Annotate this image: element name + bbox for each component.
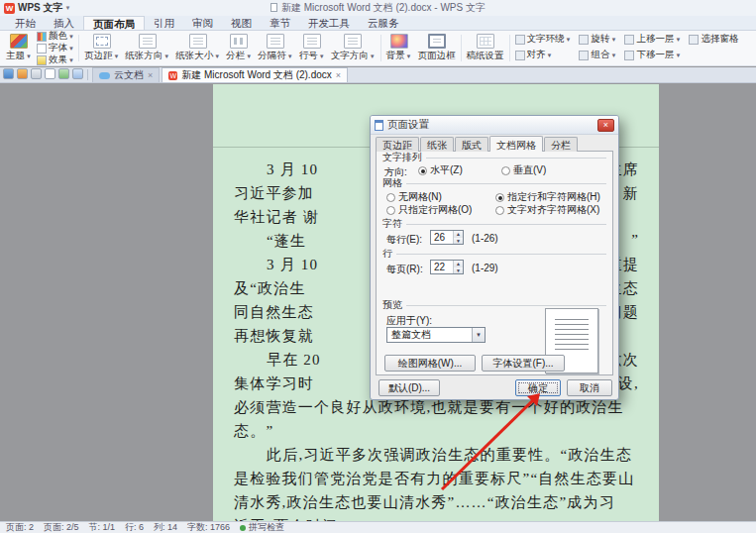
apply-to-select[interactable]: 整篇文档 ▼ <box>386 327 486 343</box>
per-line-label: 每行(E): <box>386 233 422 247</box>
chars-per-line-stepper[interactable]: 26 ▲▼ <box>430 230 464 245</box>
tab-home[interactable]: 开始 <box>6 16 45 30</box>
text-wrap-button[interactable]: 文字环绕▼ <box>515 34 572 45</box>
lines-per-page-stepper[interactable]: 22 ▲▼ <box>430 260 464 274</box>
document-text-line: 态。” <box>234 422 639 444</box>
bring-forward-button[interactable]: 上移一层▼ <box>624 34 681 45</box>
line-numbers-icon <box>303 34 321 49</box>
spinner-arrows-icon[interactable]: ▲▼ <box>453 231 463 244</box>
dialog-title-bar[interactable]: 页面设置 × <box>371 116 618 135</box>
cancel-button[interactable]: 取消 <box>567 379 612 396</box>
group-grid: 网格 <box>382 178 606 188</box>
close-icon[interactable]: × <box>336 70 341 80</box>
document-text-line: 清水秀,政治生态也要山清水秀”……“政治生态”成为习 <box>234 493 639 515</box>
print-preview-icon[interactable] <box>45 68 55 79</box>
tab-view[interactable]: 视图 <box>222 16 261 30</box>
manuscript-grid-button[interactable]: 稿纸设置 <box>464 33 507 63</box>
page-border-button[interactable]: 页面边框 <box>415 33 459 63</box>
radio-no-grid[interactable]: 无网格(N) <box>386 191 442 203</box>
effects-icon <box>37 55 47 65</box>
tab-section[interactable]: 章节 <box>261 16 299 30</box>
group-icon <box>579 51 589 60</box>
dialog-title: 页面设置 <box>387 118 429 132</box>
document-text-line: 是检验我们管党治党是否有力的重要标尺”“自然生态要山 <box>234 470 639 491</box>
tab-references[interactable]: 引用 <box>145 16 183 30</box>
export-icon[interactable] <box>17 68 28 79</box>
group-button[interactable]: 组合▼ <box>579 50 616 60</box>
columns-button[interactable]: 分栏▼ <box>223 33 255 63</box>
radio-icon <box>495 206 504 215</box>
rotate-button[interactable]: 旋转▼ <box>579 34 616 45</box>
dialog-tab-document-grid[interactable]: 文档网格 <box>489 136 543 152</box>
radio-lines-and-chars[interactable]: 指定行和字符网格(H) <box>495 191 600 203</box>
ribbon-separator <box>380 35 381 61</box>
radio-vertical[interactable]: 垂直(V) <box>501 164 546 176</box>
cloud-icon <box>99 72 110 79</box>
tab-developer[interactable]: 开发工具 <box>299 16 359 30</box>
chevron-down-icon[interactable]: ▼ <box>65 5 71 11</box>
drawing-grid-button[interactable]: 绘图网格(W)... <box>384 355 476 372</box>
status-column: 列: 14 <box>154 522 177 533</box>
ribbon-tab-bar: 开始 插入 页面布局 引用 审阅 视图 章节 开发工具 云服务 <box>0 16 756 31</box>
radio-icon <box>386 206 395 215</box>
chars-range: (1-26) <box>472 233 498 244</box>
tab-insert[interactable]: 插入 <box>45 16 83 30</box>
title-bar: W WPS 文字 ▼ 新建 Microsoft Word 文档 (2).docx… <box>0 0 756 16</box>
align-button[interactable]: 对齐▼ <box>515 50 572 60</box>
theme-fonts-button[interactable]: 字体▼ <box>37 43 74 53</box>
ok-button[interactable]: 确定 <box>515 379 561 396</box>
dialog-tab-paper[interactable]: 纸张 <box>420 137 454 152</box>
orientation-button[interactable]: 纸张方向▼ <box>122 33 172 63</box>
paper-size-button[interactable]: 纸张大小▼ <box>172 33 223 63</box>
undo-icon[interactable] <box>58 68 69 79</box>
lines-range: (1-29) <box>472 263 498 273</box>
spinner-arrows-icon[interactable]: ▲▼ <box>453 261 463 273</box>
dialog-close-button[interactable]: × <box>597 119 614 132</box>
orientation-icon <box>139 34 157 49</box>
send-backward-button[interactable]: 下移一层▼ <box>624 50 681 60</box>
theme-button[interactable]: 主题▼ <box>3 33 35 63</box>
app-menu-button[interactable]: WPS 文字 <box>18 1 63 15</box>
status-bar: 页面: 2 页面: 2/5 节: 1/1 行: 6 列: 14 字数: 1766… <box>0 521 756 533</box>
radio-lines-only[interactable]: 只指定行网格(O) <box>386 204 472 216</box>
group-characters: 字符 <box>382 219 606 229</box>
redo-icon[interactable] <box>72 68 83 79</box>
dialog-tabs: 页边距 纸张 版式 文档网格 分栏 <box>376 137 579 152</box>
status-line: 行: 6 <box>125 522 144 533</box>
print-icon[interactable] <box>31 68 42 79</box>
default-button[interactable]: 默认(D)... <box>378 379 440 396</box>
document-text-line: 此后,习近平多次强调政治生态的重要性。“政治生态 <box>234 446 639 468</box>
radio-icon <box>495 193 504 202</box>
tab-cloud[interactable]: 云服务 <box>359 16 408 30</box>
dialog-tab-layout[interactable]: 版式 <box>455 137 488 152</box>
tab-review[interactable]: 审阅 <box>183 16 222 30</box>
dialog-tab-columns[interactable]: 分栏 <box>544 137 578 152</box>
dialog-icon <box>375 120 383 131</box>
theme-options-stack: 颜色▼ 字体▼ 效果▼ <box>35 31 76 65</box>
radio-horizontal[interactable]: 水平(Z) <box>418 164 463 176</box>
apply-to-label: 应用于(Y): <box>386 314 432 328</box>
line-numbers-button[interactable]: 行号▼ <box>296 33 328 63</box>
text-direction-button[interactable]: 文字方向▼ <box>328 33 378 63</box>
close-icon[interactable]: × <box>148 70 153 80</box>
tab-page-layout[interactable]: 页面布局 <box>83 16 145 30</box>
radio-char-align[interactable]: 文字对齐字符网格(X) <box>495 204 599 216</box>
breaks-icon <box>267 34 284 49</box>
window-title: 新建 Microsoft Word 文档 (2).docx - WPS 文字 <box>0 1 756 15</box>
selection-pane-button[interactable]: 选择窗格 <box>689 34 738 45</box>
breaks-button[interactable]: 分隔符▼ <box>255 33 295 63</box>
doc-tab-cloud[interactable]: 云文档 × <box>92 67 160 82</box>
font-settings-button[interactable]: 字体设置(F)... <box>482 355 565 372</box>
radio-icon <box>386 193 395 202</box>
wps-writer-window: W WPS 文字 ▼ 新建 Microsoft Word 文档 (2).docx… <box>0 0 756 533</box>
save-icon[interactable] <box>3 68 14 79</box>
theme-icon <box>10 34 28 49</box>
theme-colors-button[interactable]: 颜色▼ <box>37 31 74 42</box>
margins-icon <box>93 34 111 49</box>
doc-tab-current[interactable]: W 新建 Microsoft Word 文档 (2).docx × <box>162 67 348 82</box>
margins-button[interactable]: 页边距▼ <box>81 33 122 63</box>
dialog-tab-margins[interactable]: 页边距 <box>376 137 419 152</box>
wps-logo-icon[interactable]: W <box>4 3 15 14</box>
background-button[interactable]: 背景▼ <box>383 33 415 63</box>
theme-effects-button[interactable]: 效果▼ <box>37 54 74 65</box>
